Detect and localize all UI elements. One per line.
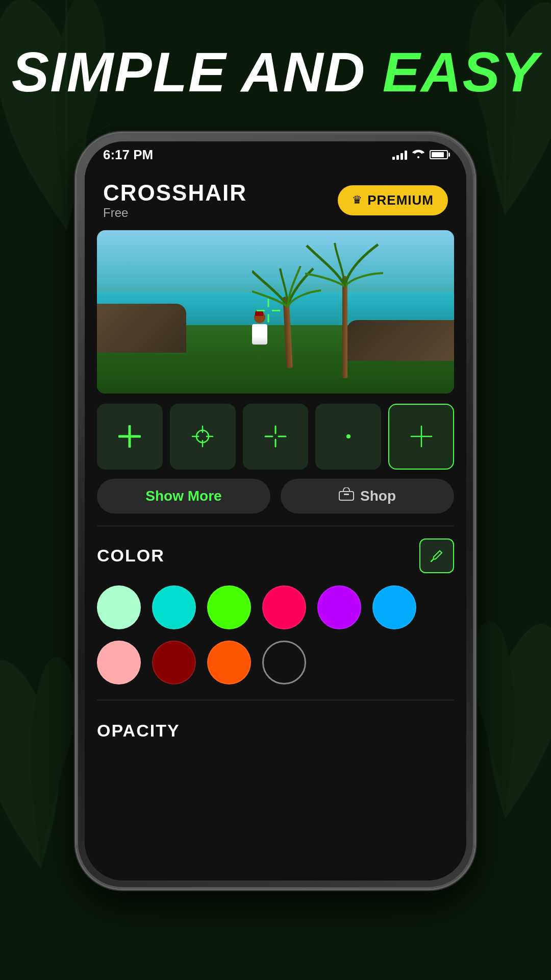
action-buttons: Show More Shop: [85, 479, 466, 513]
app-subtitle: Free: [103, 206, 247, 220]
opacity-section: OPACITY: [85, 721, 466, 741]
svg-point-17: [346, 434, 350, 438]
color-row-1: [97, 585, 454, 629]
opacity-title: OPACITY: [97, 721, 180, 740]
crosshair-option-5[interactable]: [388, 404, 454, 470]
eyedropper-button[interactable]: [419, 538, 454, 573]
status-time: 6:17 PM: [103, 147, 153, 163]
crown-icon: ♛: [352, 193, 362, 207]
palm-tree-1: [283, 297, 293, 368]
crosshair-option-2[interactable]: [170, 404, 236, 470]
crosshair-option-3[interactable]: [243, 404, 309, 470]
color-section-header: COLOR: [97, 538, 454, 573]
color-light-pink[interactable]: [97, 641, 141, 684]
phone-inner: 6:17 PM: [85, 141, 466, 880]
battery-icon: [430, 150, 448, 159]
color-orange[interactable]: [207, 641, 251, 684]
color-cyan[interactable]: [152, 585, 196, 629]
char-body: [252, 324, 267, 345]
color-section-title: COLOR: [97, 546, 165, 566]
app-content: CROSSHAIR Free ♛ PREMIUM: [85, 168, 466, 880]
status-icons: [392, 149, 448, 161]
cliff-left: [97, 304, 186, 353]
color-dark-red[interactable]: [152, 641, 196, 684]
svg-rect-20: [339, 492, 354, 500]
app-title-group: CROSSHAIR Free: [103, 180, 247, 220]
color-blue[interactable]: [372, 585, 416, 629]
color-green[interactable]: [207, 585, 251, 629]
color-pink[interactable]: [262, 585, 306, 629]
color-black[interactable]: [262, 641, 306, 684]
phone-notch: [224, 141, 327, 159]
phone-frame: 6:17 PM: [77, 133, 474, 889]
palm-tree-2: [340, 276, 350, 378]
color-section: COLOR: [85, 538, 466, 696]
signal-bar-4: [405, 151, 407, 160]
color-purple[interactable]: [317, 585, 361, 629]
signal-icon: [392, 150, 407, 160]
palm-trunk-2: [342, 276, 347, 378]
crosshair-selector: [85, 404, 466, 470]
crosshair-option-1[interactable]: [97, 404, 163, 470]
shop-icon: [339, 487, 354, 504]
game-preview: [97, 230, 454, 394]
page: SIMPLE AND EASY 6:17 PM: [0, 0, 551, 980]
color-row-2: [97, 641, 454, 684]
palm-fronds-2: [304, 240, 386, 291]
signal-bar-3: [400, 153, 403, 160]
show-more-label: Show More: [145, 488, 221, 504]
game-crosshair: [256, 298, 281, 326]
battery-fill: [432, 152, 444, 157]
app-title: CROSSHAIR: [103, 180, 247, 206]
app-top-bar: CROSSHAIR Free ♛ PREMIUM: [85, 168, 466, 228]
title-simple-and: SIMPLE AND: [12, 40, 383, 103]
signal-bar-1: [392, 157, 395, 160]
premium-label: PREMIUM: [367, 192, 434, 208]
wifi-icon: [412, 149, 424, 161]
signal-bar-2: [396, 155, 399, 160]
opacity-divider: [97, 700, 454, 700]
section-divider: [97, 526, 454, 526]
show-more-button[interactable]: Show More: [97, 479, 270, 513]
shop-button[interactable]: Shop: [281, 479, 454, 513]
crosshair-option-4[interactable]: [315, 404, 381, 470]
svg-rect-21: [344, 494, 349, 495]
title-easy: EASY: [383, 40, 540, 103]
cliff-right: [347, 320, 454, 361]
header-title: SIMPLE AND EASY: [12, 41, 539, 103]
premium-badge[interactable]: ♛ PREMIUM: [338, 185, 448, 215]
color-mint[interactable]: [97, 585, 141, 629]
shop-label: Shop: [360, 488, 396, 504]
